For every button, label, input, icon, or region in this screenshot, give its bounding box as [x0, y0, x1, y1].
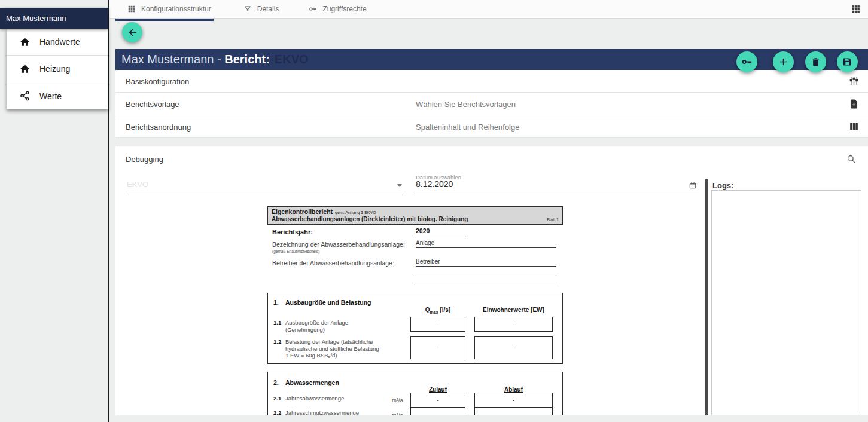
report-select[interactable]: EKVO	[126, 177, 406, 192]
section-2-box: 2. Abwassermengen Zulauf Ablauf 2.1 Jahr…	[267, 372, 563, 415]
sidebar: Max Mustermann Handwerte Heizung	[0, 0, 109, 422]
home-icon	[19, 63, 31, 75]
plant-name-label: Bezeichnung der Abwasserbehandlungsanlag…	[272, 241, 405, 248]
report-title: Eigenkontrollbericht	[272, 208, 333, 215]
value-cell: -	[410, 393, 465, 408]
report-preview: Eigenkontrollbericht gem. Anhang 3 EKVO …	[267, 206, 563, 225]
value-cell: -	[474, 393, 553, 408]
key-icon	[741, 56, 753, 68]
row-berichtsanordnung[interactable]: Berichtsanordnung Spalteninhalt und Reih…	[115, 115, 868, 138]
logs-output-box	[711, 190, 861, 415]
operator-label: Betreiber der Abwasserbehandlungsanlage:	[272, 259, 394, 267]
columns-icon[interactable]	[848, 121, 860, 132]
value-cell	[410, 407, 465, 415]
section-title: Abwassermengen	[285, 379, 339, 386]
row-basiskonfiguration[interactable]: Basiskonfiguration	[115, 70, 868, 93]
filter-icon	[243, 5, 252, 13]
section-title: Ausbaugröße und Belastung	[285, 299, 371, 306]
save-icon	[842, 56, 853, 68]
plant-name-note: (gemäß Erlaubnisbescheid)	[272, 249, 319, 253]
section-1-box: 1. Ausbaugröße und Belastung Qmax [l/s] …	[267, 293, 563, 364]
grid-icon	[127, 5, 136, 13]
sidebar-user-header: Max Mustermann	[0, 8, 108, 29]
sidebar-item-werte[interactable]: Werte	[7, 82, 108, 109]
search-icon[interactable]	[846, 154, 857, 164]
unit-label: m³/a	[374, 397, 403, 403]
arrow-left-icon	[127, 27, 138, 38]
sidebar-item-handwerte[interactable]: Handwerte	[7, 29, 108, 56]
sidebar-menu: Handwerte Heizung Werte	[7, 29, 108, 109]
sidebar-item-heizung[interactable]: Heizung	[7, 56, 108, 82]
share-icon	[19, 90, 31, 102]
report-header-box: Eigenkontrollbericht gem. Anhang 3 EKVO …	[267, 206, 563, 225]
page-title: Bericht:	[224, 53, 270, 66]
tab-details[interactable]: Details	[243, 0, 279, 18]
column-header-ablauf: Ablauf	[473, 386, 554, 393]
preview-scrollbar[interactable]	[705, 179, 708, 415]
permissions-button[interactable]	[736, 51, 757, 72]
tab-label: Zugriffsrechte	[322, 5, 366, 13]
unit-label: m³/a	[374, 412, 403, 415]
row-label: Belastung der Anlage (tatsächlichehydrau…	[285, 338, 408, 359]
top-tab-bar: Konfigurationsstruktur Details Zugriffsr…	[109, 0, 868, 19]
row-number: 2.2	[273, 409, 281, 415]
tab-label: Details	[257, 5, 279, 13]
row-number: 2.1	[273, 395, 281, 402]
apps-grid-icon[interactable]	[851, 4, 861, 14]
delete-icon	[810, 56, 821, 68]
date-input[interactable]: 8.12.2020	[416, 177, 699, 192]
year-label: Berichtsjahr:	[272, 228, 313, 236]
sliders-icon[interactable]	[848, 75, 860, 87]
sidebar-user-name: Max Mustermann	[6, 14, 66, 23]
debugging-title: Debugging	[126, 155, 163, 164]
date-value: 8.12.2020	[416, 179, 453, 189]
add-icon	[778, 56, 789, 68]
column-header-qmax: Qmax [l/s]	[409, 307, 467, 314]
delete-button[interactable]	[805, 51, 826, 72]
home-icon	[19, 36, 31, 48]
row-number: 1.1	[273, 319, 281, 326]
section-number: 2.	[273, 379, 279, 386]
sidebar-item-label: Handwerte	[39, 37, 80, 47]
chevron-down-icon	[397, 184, 402, 187]
section-number: 1.	[273, 299, 279, 306]
row-berichtsvorlage[interactable]: Berichtsvorlage Wählen Sie Berichtsvorla…	[115, 93, 868, 115]
operator-value: Betreiber	[416, 258, 556, 267]
report-sheet-number: Blatt 1	[547, 218, 559, 222]
value-cell: -	[410, 336, 465, 359]
back-button[interactable]	[122, 22, 142, 42]
blank-line	[416, 286, 556, 286]
plant-name-value: Anlage	[416, 240, 556, 248]
blank-line	[416, 277, 556, 277]
row-label: Berichtsanordnung	[126, 123, 191, 132]
add-button[interactable]	[773, 51, 794, 72]
debugging-panel: Debugging EKVO Datum auswählen 8.12.2020…	[115, 146, 868, 415]
row-label: Ausbaugröße der Anlage(Genehmigung)	[285, 319, 408, 333]
app-window: Konfigurationsstruktur Details Zugriffsr…	[0, 0, 868, 422]
value-cell	[474, 407, 553, 415]
report-subtitle: Abwasserbehandlungsanlagen (Direkteinlei…	[272, 216, 468, 222]
tab-konfigurationsstruktur[interactable]: Konfigurationsstruktur	[127, 0, 211, 18]
tab-zugriffsrechte[interactable]: Zugriffsrechte	[309, 0, 366, 18]
sidebar-item-label: Werte	[39, 91, 62, 101]
row-hint: Wählen Sie Berichtsvorlagen	[416, 100, 516, 109]
calendar-icon[interactable]	[689, 181, 697, 189]
sidebar-item-label: Heizung	[39, 64, 70, 74]
row-label: Berichtsvorlage	[126, 100, 179, 109]
year-value: 2020	[416, 227, 465, 236]
tab-label: Konfigurationsstruktur	[141, 5, 211, 13]
logs-label: Logs:	[712, 181, 733, 190]
column-header-ew: Einwohnerwerte [EW]	[473, 307, 554, 313]
save-button[interactable]	[837, 51, 858, 72]
page-title-report-name: EKVO	[275, 53, 309, 66]
configuration-list: Basiskonfiguration Berichtsvorlage Wähle…	[115, 70, 868, 138]
active-tab-indicator	[115, 19, 214, 21]
row-number: 1.2	[273, 338, 281, 345]
value-cell: -	[410, 317, 465, 332]
note-add-icon[interactable]	[848, 98, 860, 109]
row-hint: Spalteninhalt und Reihenfolge	[416, 123, 519, 132]
page-title-prefix: Max Mustermann -	[121, 53, 224, 66]
report-select-value: EKVO	[127, 180, 148, 189]
row-label: Basiskonfiguration	[126, 77, 189, 86]
value-cell: -	[474, 317, 553, 332]
